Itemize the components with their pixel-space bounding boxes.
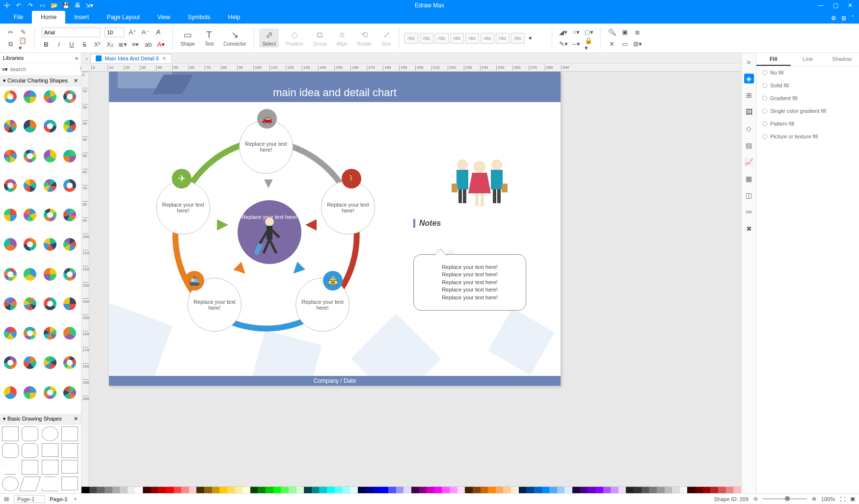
redo-icon[interactable]: ↷ <box>27 1 34 9</box>
shape-swatch[interactable] <box>61 207 78 223</box>
basic-shape[interactable] <box>61 477 78 490</box>
fill-option[interactable]: Gradient fill <box>756 92 859 105</box>
open-icon[interactable]: 📂 <box>50 1 58 9</box>
color-swatch[interactable] <box>373 487 381 493</box>
color-swatch[interactable] <box>488 487 496 493</box>
close-section-icon[interactable]: ✕ <box>74 416 78 422</box>
font-color-icon[interactable]: A▾ <box>157 40 165 49</box>
color-swatch[interactable] <box>649 487 657 493</box>
page-list-icon[interactable]: ▤ <box>4 496 9 502</box>
shape-swatch[interactable] <box>22 354 38 371</box>
fullscreen-icon[interactable]: ⛶ <box>840 496 845 502</box>
color-swatch[interactable] <box>450 487 457 493</box>
color-swatch[interactable] <box>227 487 235 493</box>
color-swatch[interactable] <box>603 487 611 493</box>
zoom-out-icon[interactable]: ⊖ <box>753 496 758 502</box>
color-swatch[interactable] <box>703 487 711 493</box>
color-swatch[interactable] <box>181 487 189 493</box>
shape-swatch[interactable] <box>61 177 78 194</box>
basic-shape[interactable] <box>61 460 78 474</box>
basic-shape[interactable] <box>22 460 38 475</box>
fill-option[interactable]: No fill <box>756 66 859 79</box>
increase-font-icon[interactable]: A⁺ <box>128 28 137 37</box>
color-swatch[interactable] <box>380 487 388 493</box>
fit-icon[interactable]: ▣ <box>850 496 855 502</box>
shape-swatch[interactable] <box>42 354 58 371</box>
shape-swatch[interactable] <box>22 118 38 134</box>
color-swatch[interactable] <box>442 487 450 493</box>
arrange-icon[interactable]: ⊞▾ <box>633 40 642 49</box>
basic-shape[interactable] <box>61 443 78 458</box>
page-tool-icon[interactable]: ▤ <box>744 140 754 150</box>
color-swatch[interactable] <box>457 487 465 493</box>
list-tool-icon[interactable]: ≔ <box>744 207 754 217</box>
shape-swatch[interactable] <box>22 236 38 253</box>
lock-icon[interactable]: 🔒▾ <box>585 40 593 49</box>
shape-swatch[interactable] <box>2 118 19 134</box>
shape-swatch[interactable] <box>2 266 19 283</box>
color-swatch[interactable] <box>726 487 734 493</box>
shape-swatch[interactable] <box>42 384 58 401</box>
basic-shape[interactable] <box>19 477 41 491</box>
color-swatch[interactable] <box>204 487 212 493</box>
color-swatch[interactable] <box>496 487 504 493</box>
color-swatch[interactable] <box>189 487 197 493</box>
basic-shape[interactable] <box>42 443 58 457</box>
copy-icon[interactable]: ⧉ <box>6 40 15 49</box>
color-swatch[interactable] <box>465 487 473 493</box>
color-swatch[interactable] <box>534 487 542 493</box>
line-style-icon[interactable]: ─▾ <box>572 40 581 49</box>
bubble-left[interactable]: Replace your text here! <box>156 181 210 235</box>
color-swatch[interactable] <box>611 487 618 493</box>
layer-tool-icon[interactable]: ◇ <box>744 124 754 133</box>
color-swatch[interactable] <box>672 487 680 493</box>
shape-swatch[interactable] <box>22 295 38 312</box>
shape-swatch[interactable] <box>61 325 78 342</box>
undo-icon[interactable]: ↶ <box>15 1 23 9</box>
fill-option[interactable]: Single color gradient fill <box>756 105 859 117</box>
color-swatch[interactable] <box>695 487 703 493</box>
close-section-icon[interactable]: ✕ <box>74 78 78 84</box>
tab-shadow[interactable]: Shadow <box>825 53 859 66</box>
style-preset[interactable]: Abc <box>450 33 464 44</box>
center-bubble[interactable]: Replace your text here! <box>238 200 301 264</box>
minimize-icon[interactable]: — <box>817 1 825 9</box>
paste-icon[interactable]: 📋▾ <box>19 40 27 49</box>
color-swatch[interactable] <box>542 487 550 493</box>
color-swatch[interactable] <box>258 487 266 493</box>
rotate-button[interactable]: ⟲Rotate <box>354 28 375 48</box>
close-tab-icon[interactable]: ✕ <box>162 55 166 62</box>
chart-tool-icon[interactable]: 📈 <box>744 157 754 167</box>
color-swatch[interactable] <box>196 487 204 493</box>
style-more-icon[interactable]: ▾ <box>526 34 535 43</box>
line-spacing-icon[interactable]: ≡▾ <box>131 40 140 49</box>
shape-swatch[interactable] <box>42 118 58 134</box>
group-button[interactable]: ⧉Group <box>310 29 330 48</box>
color-swatch[interactable] <box>718 487 726 493</box>
strike-icon[interactable]: S̶ <box>80 40 89 49</box>
shape-swatch[interactable] <box>2 236 19 253</box>
subscript-icon[interactable]: X₂ <box>106 40 114 49</box>
bullets-icon[interactable]: ≣▾ <box>118 40 127 49</box>
shape-swatch[interactable] <box>2 207 19 223</box>
basic-shape[interactable] <box>22 443 38 458</box>
color-swatch[interactable] <box>557 487 565 493</box>
basic-shape[interactable] <box>2 460 19 475</box>
color-swatch[interactable] <box>365 487 373 493</box>
color-swatch[interactable] <box>580 487 588 493</box>
color-swatch[interactable] <box>503 487 511 493</box>
color-swatch[interactable] <box>350 487 358 493</box>
shape-swatch[interactable] <box>42 325 58 342</box>
section-circular[interactable]: ▾ Circular Charting Shapes✕ <box>0 76 81 86</box>
shape-effects-icon[interactable]: ◻▾ <box>585 28 593 37</box>
document-tab[interactable]: Main Idea And Detail 6 ✕ <box>90 54 172 63</box>
page-select[interactable]: Page-1 <box>14 495 45 503</box>
fit-page-icon[interactable]: ▭ <box>620 40 629 49</box>
color-swatch[interactable] <box>473 487 481 493</box>
color-swatch[interactable] <box>595 487 603 493</box>
font-family-select[interactable] <box>42 27 101 37</box>
shape-swatch[interactable] <box>22 88 38 105</box>
color-swatch[interactable] <box>626 487 634 493</box>
color-swatch[interactable] <box>128 487 135 493</box>
basic-shape[interactable] <box>2 477 19 491</box>
